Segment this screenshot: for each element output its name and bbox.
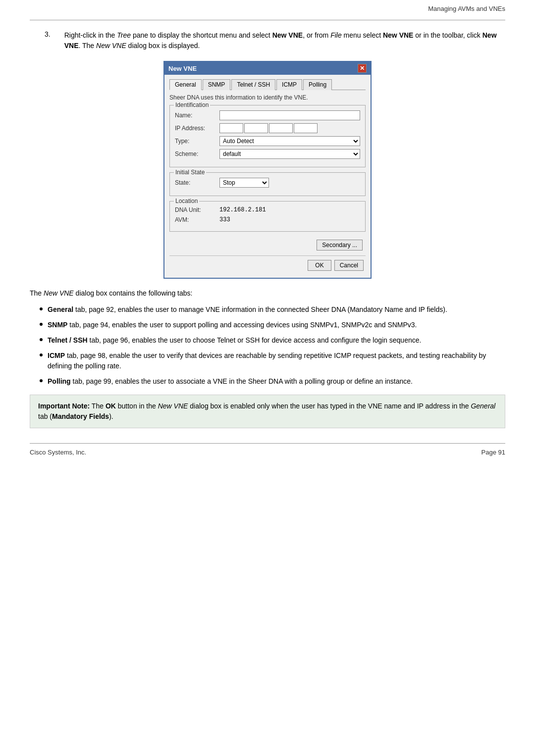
bullet-text-snmp: SNMP tab, page 94, enables the user to s…	[48, 320, 417, 330]
intro-text: The New VNE dialog box contains the foll…	[30, 288, 505, 299]
bullet-dot	[40, 379, 43, 382]
name-input[interactable]	[219, 110, 360, 120]
new-vne-dialog: New VNE ✕ General SNMP Telnet / SSH ICMP…	[163, 61, 372, 279]
tabs-bullet-list: General tab, page 92, enables the user t…	[40, 304, 505, 387]
location-label: Location	[174, 198, 199, 204]
initial-state-label: Initial State	[174, 169, 206, 176]
type-row: Type: Auto Detect Manual	[175, 136, 360, 146]
tab-telnet-ssh[interactable]: Telnet / SSH	[231, 79, 275, 90]
scheme-select[interactable]: default	[219, 149, 360, 159]
step-3-block: 3. Right-click in the Tree pane to displ…	[45, 30, 505, 51]
footer-company: Cisco Systems, Inc.	[30, 449, 86, 456]
type-select[interactable]: Auto Detect Manual	[219, 136, 360, 146]
state-row: State: Stop Start	[175, 178, 360, 188]
ok-button[interactable]: OK	[308, 260, 331, 271]
step-text: Right-click in the Tree pane to display …	[64, 30, 505, 51]
avm-row: AVM: 333	[175, 216, 360, 223]
bullet-dot	[40, 338, 43, 341]
bullet-text-icmp: ICMP tab, page 98, enable the user to ve…	[48, 351, 505, 371]
note-text: The OK button in the New VNE dialog box …	[38, 402, 495, 420]
bullet-text-polling: Polling tab, page 99, enables the user t…	[48, 376, 413, 387]
bullet-dot	[40, 353, 43, 356]
state-label: State:	[175, 179, 219, 186]
dialog-tabs: General SNMP Telnet / SSH ICMP Polling	[169, 79, 366, 90]
dialog-title: New VNE	[168, 65, 197, 72]
ip-octet-1[interactable]	[219, 123, 243, 133]
type-label: Type:	[175, 138, 219, 145]
dialog-close-button[interactable]: ✕	[358, 64, 367, 73]
cancel-button[interactable]: Cancel	[334, 260, 364, 271]
tab-polling[interactable]: Polling	[303, 79, 332, 90]
list-item-snmp: SNMP tab, page 94, enables the user to s…	[40, 320, 505, 330]
footer-page: Page 91	[482, 449, 505, 456]
tab-icmp[interactable]: ICMP	[276, 79, 302, 90]
ip-octet-3[interactable]	[269, 123, 293, 133]
initial-state-section: Initial State State: Stop Start	[169, 172, 366, 196]
tab-general-content: Sheer DNA uses this information to ident…	[169, 90, 366, 273]
dialog-body: General SNMP Telnet / SSH ICMP Polling S…	[164, 75, 371, 278]
bottom-rule	[30, 443, 505, 444]
page-section-label: Managing AVMs and VNEs	[428, 5, 505, 12]
bullet-text-general: General tab, page 92, enables the user t…	[48, 304, 447, 315]
ip-address-group	[219, 123, 360, 133]
avm-label: AVM:	[175, 216, 219, 223]
step-number: 3.	[45, 30, 51, 38]
bullet-dot	[40, 323, 43, 326]
tab-general[interactable]: General	[169, 79, 202, 90]
identification-section: Identification Name: IP Address:	[169, 105, 366, 167]
state-select[interactable]: Stop Start	[219, 178, 269, 188]
page-footer: Cisco Systems, Inc. Page 91	[30, 449, 505, 456]
ip-octet-4[interactable]	[294, 123, 318, 133]
top-rule	[30, 20, 505, 20]
list-item-telnet-ssh: Telnet / SSH tab, page 96, enables the u…	[40, 335, 505, 346]
scheme-row: Scheme: default	[175, 149, 360, 159]
list-item-general: General tab, page 92, enables the user t…	[40, 304, 505, 315]
avm-value: 333	[219, 216, 230, 223]
identification-label: Identification	[174, 101, 210, 108]
dialog-separator	[169, 255, 366, 256]
ip-octet-2[interactable]	[244, 123, 268, 133]
location-section: Location DNA Unit: 192.168.2.181 AVM: 33…	[169, 201, 366, 232]
tab-snmp[interactable]: SNMP	[203, 79, 231, 90]
ip-label: IP Address:	[175, 125, 219, 132]
list-item-polling: Polling tab, page 99, enables the user t…	[40, 376, 505, 387]
list-item-icmp: ICMP tab, page 98, enable the user to ve…	[40, 351, 505, 371]
dna-unit-value: 192.168.2.181	[219, 206, 266, 213]
name-row: Name:	[175, 110, 360, 120]
name-label: Name:	[175, 112, 219, 119]
bullet-dot	[40, 307, 43, 310]
dna-unit-label: DNA Unit:	[175, 206, 219, 213]
dialog-wrapper: New VNE ✕ General SNMP Telnet / SSH ICMP…	[163, 61, 372, 279]
important-note-box: Important Note: The OK button in the New…	[30, 395, 505, 428]
ip-address-row: IP Address:	[175, 123, 360, 133]
tab-description: Sheer DNA uses this information to ident…	[169, 94, 366, 101]
dna-unit-row: DNA Unit: 192.168.2.181	[175, 206, 360, 213]
dialog-footer: Secondary ...	[169, 237, 366, 253]
note-important-label: Important Note:	[38, 402, 90, 410]
bullet-text-telnet-ssh: Telnet / SSH tab, page 96, enables the u…	[48, 335, 421, 346]
secondary-button[interactable]: Secondary ...	[317, 240, 363, 251]
scheme-label: Scheme:	[175, 151, 219, 157]
dialog-titlebar: New VNE ✕	[164, 62, 371, 75]
